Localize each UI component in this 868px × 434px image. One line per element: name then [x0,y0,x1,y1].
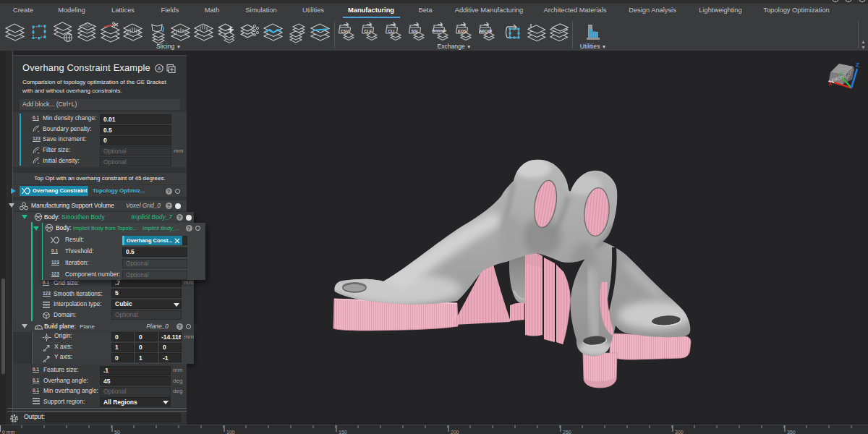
svg-text:X: X [828,80,833,87]
svg-text:A: A [158,66,161,71]
svg-text:CLI: CLI [388,29,395,33]
svg-text:EOS: EOS [458,29,467,33]
svg-text:CLF: CLF [365,29,373,33]
svg-text:SSL: SSL [412,29,420,33]
svg-text:Y: Y [839,71,843,77]
svg-text:RENISHAW: RENISHAW [433,30,447,33]
svg-text:CSV: CSV [341,29,349,33]
svg-text:ARCAM: ARCAM [480,30,492,33]
svg-text:Z: Z [856,61,859,68]
